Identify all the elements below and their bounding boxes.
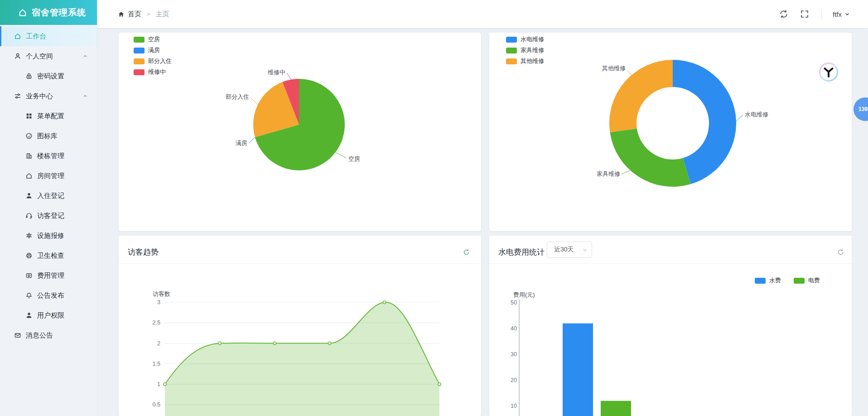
sidebar-item-password[interactable]: 密码设置 — [0, 66, 97, 86]
topbar-actions: ftfx — [768, 9, 850, 19]
svg-text:3: 3 — [157, 299, 160, 305]
sliders-icon — [14, 92, 21, 100]
fee-bar-chart[interactable]: 费用(元)5040302010 — [489, 236, 852, 416]
sidebar-item-label: 房间管理 — [37, 172, 64, 180]
user-icon — [14, 53, 21, 60]
app-logo: 宿舍管理系统 — [0, 0, 97, 25]
sidebar-item-checkin[interactable]: 入住登记 — [0, 186, 97, 206]
svg-text:其他维修: 其他维修 — [602, 65, 626, 72]
fee-stats-card: 水电费用统计 近30天 水费电费 费用(元)5040302010 — [489, 236, 852, 416]
sidebar-item-label: 用户权限 — [37, 311, 64, 320]
sidebar-item-message[interactable]: 消息公告 — [0, 325, 97, 345]
svg-text:10: 10 — [511, 403, 517, 409]
sidebar-item-label: 图标库 — [37, 132, 58, 140]
fullscreen-icon[interactable] — [800, 9, 810, 19]
sidebar-item-building[interactable]: 楼栋管理 — [0, 146, 97, 166]
sidebar-item-menu-config[interactable]: 菜单配置 — [0, 106, 97, 126]
svg-text:40: 40 — [511, 325, 517, 332]
sidebar-item-personal[interactable]: 个人空间 — [0, 46, 97, 66]
house-icon — [25, 172, 33, 179]
breadcrumb-home[interactable]: 首页 — [128, 10, 141, 19]
svg-text:部分入住: 部分入住 — [225, 93, 249, 100]
breadcrumb-current: 主页 — [156, 10, 169, 19]
sidebar-item-business[interactable]: 业务中心 — [0, 86, 97, 106]
sidebar-item-label: 楼栋管理 — [37, 152, 64, 160]
sidebar-item-room[interactable]: 房间管理 — [0, 166, 97, 186]
person-icon — [25, 192, 33, 199]
sidebar-item-label: 业务中心 — [26, 92, 53, 101]
svg-text:1: 1 — [157, 381, 160, 387]
sidebar-item-label: 卫生检查 — [37, 252, 64, 260]
home-icon[interactable] — [118, 11, 125, 18]
gear-icon — [25, 232, 33, 239]
grid-icon — [25, 112, 33, 120]
sidebar-item-label: 工作台 — [26, 32, 46, 41]
sidebar-item-label: 访客登记 — [37, 212, 64, 220]
sidebar-item-fee[interactable]: 费用管理 — [0, 266, 97, 285]
svg-text:满房: 满房 — [235, 140, 247, 146]
room-status-pie-chart[interactable]: 维修中部分入住满房空房 — [119, 33, 481, 231]
sidebar-item-label: 密码设置 — [37, 72, 64, 81]
visitor-trend-chart[interactable]: 访客数32.521.510.5 — [119, 236, 481, 416]
mail-icon — [14, 332, 21, 339]
sidebar-item-privilege[interactable]: 用户权限 — [0, 305, 97, 325]
svg-text:2: 2 — [157, 340, 160, 347]
card-icon — [25, 272, 33, 279]
breadcrumb: 首页 > 主页 — [118, 10, 169, 19]
sidebar-item-notice[interactable]: 公告发布 — [0, 285, 97, 305]
image-icon — [25, 132, 33, 140]
chevron-down-icon — [844, 11, 850, 17]
room-status-card: 空房满房部分入住维修中 维修中部分入住满房空房 — [119, 33, 481, 231]
sidebar: 宿舍管理系统 工作台个人空间密码设置业务中心菜单配置图标库楼栋管理房间管理入住登… — [0, 0, 97, 416]
user-dropdown[interactable]: ftfx — [833, 10, 850, 18]
content: 空房满房部分入住维修中 维修中部分入住满房空房 水电维修家具维修其他维修 其他维… — [97, 28, 868, 416]
svg-text:20: 20 — [511, 377, 517, 383]
svg-text:30: 30 — [511, 351, 517, 358]
svg-text:维修中: 维修中 — [268, 69, 285, 76]
sidebar-item-repair[interactable]: 设施报修 — [0, 226, 97, 246]
person-icon — [25, 312, 33, 319]
headset-icon — [25, 212, 33, 219]
repair-donut-chart[interactable]: 其他维修水电维修家具维修 — [489, 33, 852, 231]
sidebar-item-label: 设施报修 — [37, 232, 64, 240]
chevron-up-icon — [82, 93, 88, 99]
sidebar-item-label: 消息公告 — [26, 331, 53, 340]
printer-icon — [25, 252, 33, 259]
home-icon — [14, 33, 21, 40]
svg-text:费用(元): 费用(元) — [513, 291, 535, 298]
building-icon — [25, 152, 33, 160]
svg-text:家具维修: 家具维修 — [597, 170, 620, 177]
app-title: 宿舍管理系统 — [32, 7, 86, 19]
svg-text:2.5: 2.5 — [153, 319, 160, 326]
svg-text:水电维修: 水电维修 — [745, 111, 768, 118]
breadcrumb-separator: > — [147, 11, 150, 18]
divider — [821, 9, 822, 19]
lock-icon — [25, 73, 33, 80]
svg-text:访客数: 访客数 — [153, 290, 170, 297]
sidebar-item-label: 公告发布 — [37, 291, 64, 300]
repair-stats-card: 水电维修家具维修其他维修 其他维修水电维修家具维修 — [489, 33, 852, 231]
topbar: 首页 > 主页 ftfx — [97, 0, 868, 28]
sidebar-item-label: 个人空间 — [26, 52, 53, 61]
username: ftfx — [833, 10, 842, 18]
home-icon — [18, 8, 27, 17]
sidebar-item-hygiene[interactable]: 卫生检查 — [0, 246, 97, 266]
extension-widget-icon[interactable] — [819, 62, 839, 82]
sidebar-item-icon-lib[interactable]: 图标库 — [0, 126, 97, 146]
refresh-icon[interactable] — [779, 9, 789, 19]
sidebar-item-label: 入住登记 — [37, 192, 64, 200]
svg-text:50: 50 — [511, 300, 517, 306]
sidebar-item-visitor[interactable]: 访客登记 — [0, 206, 97, 226]
svg-text:1.5: 1.5 — [153, 361, 160, 367]
sidebar-menu: 工作台个人空间密码设置业务中心菜单配置图标库楼栋管理房间管理入住登记访客登记设施… — [0, 26, 97, 345]
bell-icon — [25, 292, 33, 299]
svg-text:空房: 空房 — [348, 155, 360, 162]
visitor-trend-card: 访客趋势 访客数32.521.510.5 — [119, 236, 481, 416]
svg-text:0.5: 0.5 — [153, 401, 160, 408]
sidebar-item-workbench[interactable]: 工作台 — [0, 26, 97, 46]
chevron-up-icon — [82, 53, 88, 59]
sidebar-item-label: 费用管理 — [37, 271, 64, 280]
memory-badge[interactable]: 139M — [854, 97, 868, 121]
sidebar-item-label: 菜单配置 — [37, 112, 64, 121]
